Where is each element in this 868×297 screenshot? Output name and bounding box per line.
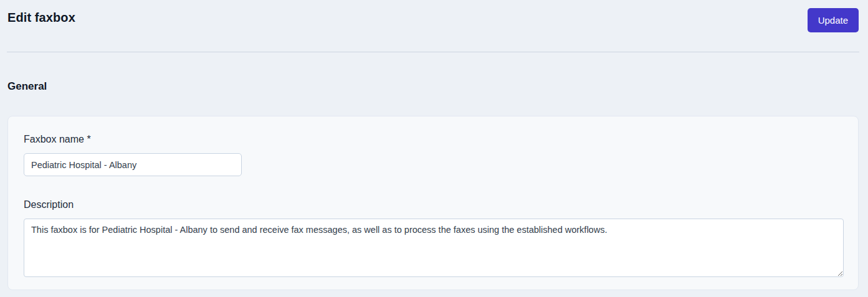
edit-faxbox-page: Edit faxbox Update General Faxbox name *… — [0, 0, 868, 297]
description-label: Description — [24, 199, 844, 210]
description-textarea[interactable]: This faxbox is for Pediatric Hospital - … — [24, 219, 844, 277]
section-heading-general: General — [7, 80, 868, 93]
faxbox-name-label: Faxbox name * — [24, 133, 844, 145]
header-divider — [7, 52, 859, 52]
general-panel: Faxbox name * Description This faxbox is… — [7, 116, 859, 290]
update-button[interactable]: Update — [808, 8, 859, 32]
faxbox-name-input[interactable] — [24, 153, 242, 176]
page-header: Edit faxbox Update — [0, 0, 868, 32]
page-title: Edit faxbox — [7, 11, 75, 25]
